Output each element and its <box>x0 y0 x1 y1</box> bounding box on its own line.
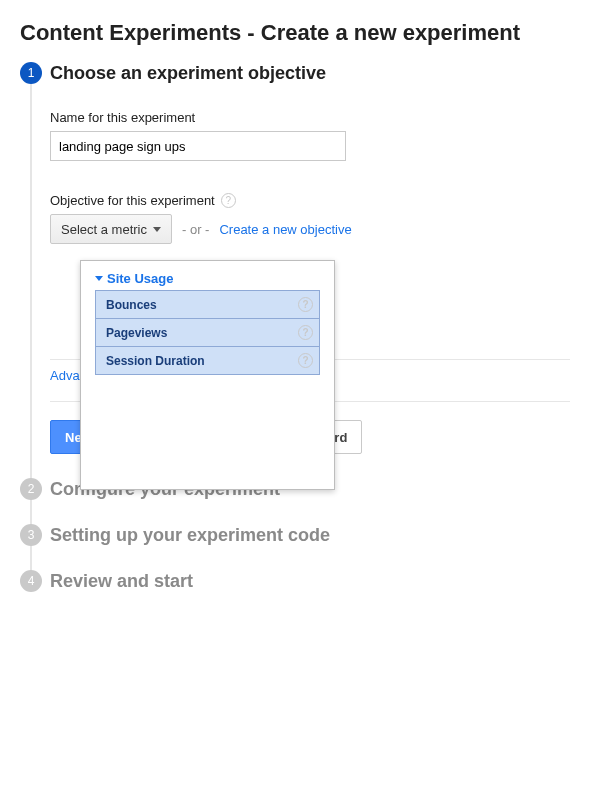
dropdown-item-bounces[interactable]: Bounces ? <box>96 291 319 319</box>
experiment-name-input[interactable] <box>50 131 346 161</box>
wizard-steps: 1 Choose an experiment objective Name fo… <box>20 62 570 592</box>
step-1-number: 1 <box>20 62 42 84</box>
page-title: Content Experiments - Create a new exper… <box>20 20 570 46</box>
name-label: Name for this experiment <box>50 110 570 125</box>
dropdown-item-pageviews[interactable]: Pageviews ? <box>96 319 319 347</box>
step-3-title: Setting up your experiment code <box>50 524 570 546</box>
help-icon[interactable]: ? <box>298 353 313 368</box>
dropdown-item-session-duration[interactable]: Session Duration ? <box>96 347 319 375</box>
step-4-title: Review and start <box>50 570 570 592</box>
help-icon[interactable]: ? <box>298 297 313 312</box>
dropdown-item-label: Bounces <box>106 298 157 312</box>
help-icon[interactable]: ? <box>221 193 236 208</box>
step-2-number: 2 <box>20 478 42 500</box>
create-objective-link[interactable]: Create a new objective <box>219 222 351 237</box>
metric-select-button[interactable]: Select a metric <box>50 214 172 244</box>
help-icon[interactable]: ? <box>298 325 313 340</box>
step-1-body: Name for this experiment Objective for t… <box>50 84 570 454</box>
step-3[interactable]: 3 Setting up your experiment code <box>50 524 570 570</box>
dropdown-items: Bounces ? Pageviews ? Session Duration ? <box>95 290 320 375</box>
step-4-number: 4 <box>20 570 42 592</box>
dropdown-group-header[interactable]: Site Usage <box>95 271 320 286</box>
chevron-down-icon <box>153 227 161 232</box>
step-1: 1 Choose an experiment objective Name fo… <box>50 62 570 478</box>
metric-select-label: Select a metric <box>61 222 147 237</box>
or-separator: - or - <box>182 222 209 237</box>
objective-row: Select a metric - or - Create a new obje… <box>50 214 570 244</box>
step-1-title: Choose an experiment objective <box>50 62 570 84</box>
dropdown-item-label: Session Duration <box>106 354 205 368</box>
metric-dropdown-panel: Site Usage Bounces ? Pageviews ? Session… <box>80 260 335 490</box>
chevron-down-icon <box>95 276 103 281</box>
dropdown-item-label: Pageviews <box>106 326 167 340</box>
step-4[interactable]: 4 Review and start <box>50 570 570 592</box>
obscured-text-fragment: ges <box>302 280 570 295</box>
objective-label-text: Objective for this experiment <box>50 193 215 208</box>
dropdown-group-label: Site Usage <box>107 271 173 286</box>
step-3-number: 3 <box>20 524 42 546</box>
objective-label: Objective for this experiment ? <box>50 193 570 208</box>
